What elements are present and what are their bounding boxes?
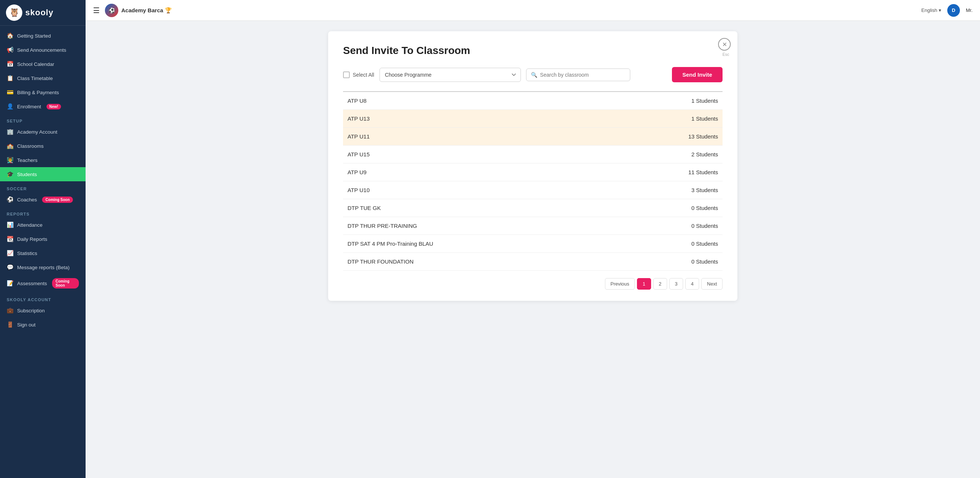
sidebar-nav: 🏠 Getting Started 📢 Send Announcements 📅… [0, 25, 86, 478]
sidebar-item-school-calendar[interactable]: 📅 School Calendar [0, 57, 86, 71]
search-input[interactable] [540, 72, 625, 78]
sidebar-item-message-reports[interactable]: 💬 Message reports (Beta) [0, 260, 86, 274]
logo-icon [6, 5, 22, 21]
sidebar-item-teachers[interactable]: 👨‍🏫 Teachers [0, 153, 86, 167]
sign-out-icon: 🚪 [7, 321, 13, 328]
sidebar-item-enrollment[interactable]: 👤 Enrollment New! [0, 99, 86, 113]
sidebar-item-sign-out[interactable]: 🚪 Sign out [0, 317, 86, 332]
modal-close-button[interactable]: ✕ [718, 38, 731, 51]
enrollment-badge: New! [46, 104, 61, 110]
enrollment-icon: 👤 [7, 103, 13, 110]
announcement-icon: 📢 [7, 46, 13, 53]
pagination: Previous 1 2 3 4 Next [343, 278, 722, 290]
pagination-page-4[interactable]: 4 [685, 278, 699, 290]
topbar: ☰ ⚽ Academy Barca 🏆 English ▾ D Mr. [86, 0, 980, 21]
daily-reports-icon: 📆 [7, 236, 13, 242]
user-name: Mr. [966, 8, 972, 13]
classroom-name: DTP THUR FOUNDATION [347, 258, 414, 264]
select-all-checkbox[interactable] [343, 72, 350, 78]
coaches-badge: Coming Soon [42, 196, 73, 203]
sidebar-label-teachers: Teachers [17, 158, 38, 163]
sidebar-label-assessments: Assessments [17, 281, 47, 286]
student-count: 0 Students [691, 258, 718, 264]
coaches-icon: ⚽ [7, 196, 13, 203]
sidebar: skooly 🏠 Getting Started 📢 Send Announce… [0, 0, 86, 478]
sidebar-item-assessments[interactable]: 📝 Assessments Coming Soon [0, 274, 86, 292]
sidebar-label-getting-started: Getting Started [17, 33, 51, 39]
sidebar-label-class-timetable: Class Timetable [17, 76, 53, 81]
student-count: 1 Students [691, 115, 718, 122]
classroom-row[interactable]: ATP U8 1 Students [343, 92, 722, 110]
teachers-icon: 👨‍🏫 [7, 157, 13, 163]
classroom-name: ATP U8 [347, 97, 366, 104]
hamburger-menu[interactable]: ☰ [93, 6, 100, 15]
classroom-row[interactable]: ATP U9 11 Students [343, 163, 722, 181]
sidebar-label-subscription: Subscription [17, 308, 45, 314]
billing-icon: 💳 [7, 89, 13, 96]
sidebar-item-students[interactable]: 🎓 Students [0, 167, 86, 181]
sidebar-item-getting-started[interactable]: 🏠 Getting Started [0, 29, 86, 43]
classroom-name: DTP THUR PRE-TRAINING [347, 223, 417, 229]
sidebar-label-billing-payments: Billing & Payments [17, 90, 59, 95]
sidebar-label-school-calendar: School Calendar [17, 61, 54, 67]
classroom-row[interactable]: DTP TUE GK 0 Students [343, 199, 722, 217]
modal-card: ✕ Esc Send Invite To Classroom Select Al… [328, 31, 737, 301]
student-count: 3 Students [691, 187, 718, 193]
classroom-row[interactable]: DTP THUR PRE-TRAINING 0 Students [343, 217, 722, 235]
sidebar-item-send-announcements[interactable]: 📢 Send Announcements [0, 43, 86, 57]
student-count: 13 Students [688, 133, 718, 140]
classroom-name: DTP SAT 4 PM Pro-Training BLAU [347, 241, 433, 247]
select-all-wrapper: Select All [343, 72, 374, 78]
classroom-row[interactable]: ATP U15 2 Students [343, 145, 722, 163]
pagination-page-1[interactable]: 1 [637, 278, 651, 290]
sidebar-item-subscription[interactable]: 💼 Subscription [0, 303, 86, 317]
sidebar-item-classrooms[interactable]: 🏫 Classrooms [0, 139, 86, 153]
pagination-page-2[interactable]: 2 [653, 278, 667, 290]
send-invite-button[interactable]: Send Invite [672, 67, 722, 82]
language-selector[interactable]: English ▾ [921, 8, 941, 13]
sidebar-label-classrooms: Classrooms [17, 143, 43, 149]
sidebar-item-billing-payments[interactable]: 💳 Billing & Payments [0, 85, 86, 99]
student-count: 0 Students [691, 223, 718, 229]
sidebar-label-academy-account: Academy Account [17, 129, 57, 135]
message-reports-icon: 💬 [7, 264, 13, 271]
sidebar-item-class-timetable[interactable]: 📋 Class Timetable [0, 71, 86, 85]
assessments-icon: 📝 [7, 280, 13, 287]
modal-esc-label: Esc [722, 52, 729, 57]
classroom-row[interactable]: ATP U11 13 Students [343, 128, 722, 145]
sidebar-item-statistics[interactable]: 📈 Statistics [0, 246, 86, 260]
main: ☰ ⚽ Academy Barca 🏆 English ▾ D Mr. ✕ Es… [86, 0, 980, 478]
pagination-page-3[interactable]: 3 [669, 278, 683, 290]
classroom-name: ATP U11 [347, 133, 369, 140]
academy-shield-icon: ⚽ [105, 4, 118, 17]
student-count: 0 Students [691, 205, 718, 211]
user-avatar: D [947, 4, 960, 17]
section-reports: REPORTS [0, 207, 86, 218]
search-box: 🔍 [526, 69, 630, 81]
attendance-icon: 📊 [7, 221, 13, 228]
classroom-row[interactable]: ATP U13 1 Students [343, 110, 722, 128]
sidebar-label-enrollment: Enrollment [17, 104, 41, 110]
pagination-prev[interactable]: Previous [605, 278, 635, 290]
classroom-row[interactable]: DTP SAT 4 PM Pro-Training BLAU 0 Student… [343, 235, 722, 253]
home-icon: 🏠 [7, 32, 13, 39]
academy-badge: ⚽ Academy Barca 🏆 [105, 4, 172, 17]
classroom-row[interactable]: ATP U10 3 Students [343, 181, 722, 199]
pagination-next[interactable]: Next [701, 278, 722, 290]
student-count: 11 Students [688, 169, 718, 175]
classroom-list: ATP U8 1 Students ATP U13 1 Students ATP… [343, 91, 722, 271]
sidebar-item-coaches[interactable]: ⚽ Coaches Coming Soon [0, 193, 86, 207]
classroom-name: ATP U13 [347, 115, 369, 122]
topbar-left: ☰ ⚽ Academy Barca 🏆 [93, 4, 172, 17]
subscription-icon: 💼 [7, 307, 13, 314]
student-count: 1 Students [691, 97, 718, 104]
sidebar-label-daily-reports: Daily Reports [17, 236, 47, 242]
classroom-row[interactable]: DTP THUR FOUNDATION 0 Students [343, 253, 722, 271]
sidebar-item-academy-account[interactable]: 🏢 Academy Account [0, 125, 86, 139]
sidebar-item-attendance[interactable]: 📊 Attendance [0, 218, 86, 232]
programme-select[interactable]: Choose Programme [380, 68, 521, 82]
content-area: ✕ Esc Send Invite To Classroom Select Al… [86, 21, 980, 478]
classroom-name: DTP TUE GK [347, 205, 380, 211]
chevron-down-icon: ▾ [939, 8, 941, 13]
sidebar-item-daily-reports[interactable]: 📆 Daily Reports [0, 232, 86, 246]
